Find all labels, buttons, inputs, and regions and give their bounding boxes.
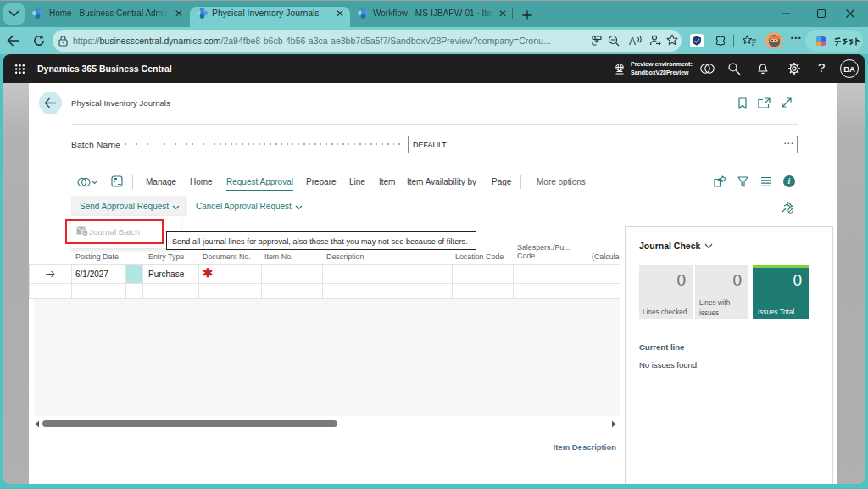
- svg-text:A: A: [629, 36, 636, 47]
